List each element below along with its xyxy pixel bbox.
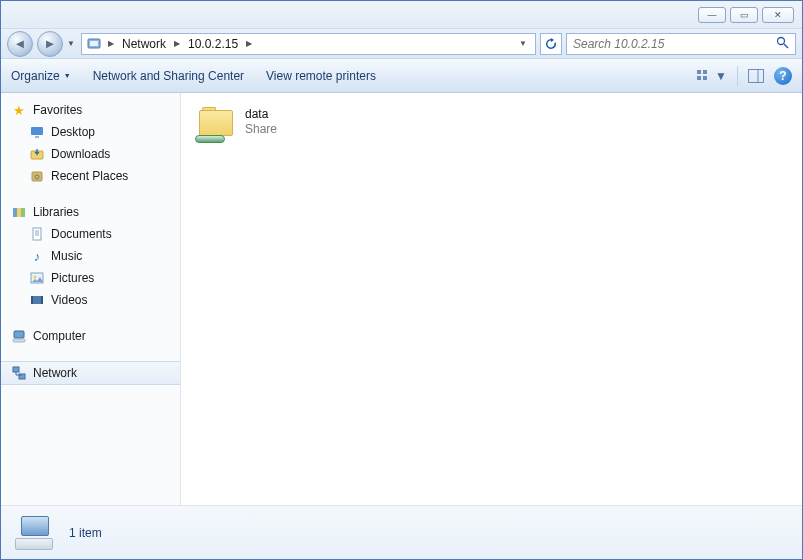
maximize-button[interactable]: ▭	[730, 7, 758, 23]
svg-rect-7	[703, 76, 707, 80]
sidebar-favorites[interactable]: ★ Favorites	[1, 99, 180, 121]
chevron-icon: ▶	[242, 39, 256, 48]
svg-rect-25	[31, 296, 33, 304]
sidebar-recent-places[interactable]: Recent Places	[1, 165, 180, 187]
sidebar-item-label: Downloads	[51, 147, 110, 161]
sidebar-libraries[interactable]: Libraries	[1, 201, 180, 223]
help-button[interactable]: ?	[774, 67, 792, 85]
chevron-down-icon: ▼	[715, 69, 727, 83]
breadcrumb-host[interactable]: 10.0.2.15	[186, 37, 240, 51]
network-icon	[11, 365, 27, 381]
svg-rect-10	[31, 127, 43, 135]
command-bar: Organize ▼ Network and Sharing Center Vi…	[1, 59, 802, 93]
remote-label: View remote printers	[266, 69, 376, 83]
preview-pane-button[interactable]	[748, 69, 764, 83]
svg-rect-17	[21, 208, 25, 217]
close-button[interactable]: ✕	[762, 7, 794, 23]
sidebar-music[interactable]: ♪ Music	[1, 245, 180, 267]
svg-rect-18	[33, 228, 41, 240]
sidebar-item-label: Favorites	[33, 103, 82, 117]
sidebar-item-label: Network	[33, 366, 77, 380]
svg-point-23	[34, 276, 37, 279]
sidebar-item-label: Computer	[33, 329, 86, 343]
libraries-icon	[11, 204, 27, 220]
shared-folder-icon	[195, 107, 237, 143]
back-button[interactable]: ◄	[7, 31, 33, 57]
search-input[interactable]	[573, 37, 772, 51]
organize-label: Organize	[11, 69, 60, 83]
sidebar-computer[interactable]: Computer	[1, 325, 180, 347]
sidebar-item-label: Pictures	[51, 271, 94, 285]
location-icon	[86, 36, 102, 52]
view-options-button[interactable]: ▼	[697, 69, 727, 83]
status-text: 1 item	[69, 526, 102, 540]
svg-line-3	[784, 44, 788, 48]
svg-rect-16	[17, 208, 21, 217]
title-bar: — ▭ ✕	[1, 1, 802, 29]
sidebar-pictures[interactable]: Pictures	[1, 267, 180, 289]
svg-rect-4	[697, 70, 701, 74]
chevron-down-icon: ▼	[64, 72, 71, 79]
organize-menu[interactable]: Organize ▼	[11, 69, 71, 83]
svg-rect-27	[14, 331, 24, 338]
address-bar[interactable]: ▶ Network ▶ 10.0.2.15 ▶ ▼	[81, 33, 536, 55]
svg-rect-28	[13, 339, 25, 342]
music-icon: ♪	[29, 248, 45, 264]
sidebar-item-label: Libraries	[33, 205, 79, 219]
item-name: data	[245, 107, 277, 121]
computer-icon	[11, 328, 27, 344]
star-icon: ★	[11, 102, 27, 118]
svg-point-2	[778, 37, 785, 44]
refresh-button[interactable]	[540, 33, 562, 55]
minimize-button[interactable]: —	[698, 7, 726, 23]
chevron-icon: ▶	[170, 39, 184, 48]
svg-rect-8	[749, 69, 764, 82]
svg-rect-11	[35, 136, 39, 138]
desktop-icon	[29, 124, 45, 140]
svg-rect-5	[703, 70, 707, 74]
item-subtitle: Share	[245, 122, 277, 136]
nav-row: ◄ ► ▼ ▶ Network ▶ 10.0.2.15 ▶ ▼	[1, 29, 802, 59]
svg-rect-26	[41, 296, 43, 304]
svg-rect-15	[13, 208, 17, 217]
navigation-pane: ★ Favorites Desktop Downloads Recent Pl	[1, 93, 181, 505]
share-item-data[interactable]: data Share	[191, 103, 281, 147]
chevron-icon: ▶	[104, 39, 118, 48]
content-pane[interactable]: data Share	[181, 93, 802, 505]
address-dropdown[interactable]: ▼	[515, 39, 531, 48]
sidebar-desktop[interactable]: Desktop	[1, 121, 180, 143]
breadcrumb-network[interactable]: Network	[120, 37, 168, 51]
details-pane: 1 item	[1, 505, 802, 559]
svg-rect-29	[13, 367, 19, 372]
search-icon	[776, 36, 789, 52]
network-sharing-center-button[interactable]: Network and Sharing Center	[93, 69, 244, 83]
recent-places-icon	[29, 168, 45, 184]
history-dropdown[interactable]: ▼	[67, 39, 77, 48]
sidebar-item-label: Documents	[51, 227, 112, 241]
sidebar-item-label: Videos	[51, 293, 87, 307]
computer-icon	[15, 516, 55, 550]
svg-rect-13	[32, 172, 42, 181]
search-box[interactable]	[566, 33, 796, 55]
downloads-icon	[29, 146, 45, 162]
body: ★ Favorites Desktop Downloads Recent Pl	[1, 93, 802, 505]
sidebar-item-label: Music	[51, 249, 82, 263]
sidebar-network[interactable]: Network	[1, 361, 180, 385]
view-remote-printers-button[interactable]: View remote printers	[266, 69, 376, 83]
divider	[737, 66, 738, 86]
pictures-icon	[29, 270, 45, 286]
sidebar-videos[interactable]: Videos	[1, 289, 180, 311]
sidebar-item-label: Desktop	[51, 125, 95, 139]
svg-rect-6	[697, 76, 701, 80]
forward-button[interactable]: ►	[37, 31, 63, 57]
sidebar-documents[interactable]: Documents	[1, 223, 180, 245]
documents-icon	[29, 226, 45, 242]
sidebar-downloads[interactable]: Downloads	[1, 143, 180, 165]
videos-icon	[29, 292, 45, 308]
svg-rect-1	[90, 41, 98, 46]
sidebar-item-label: Recent Places	[51, 169, 128, 183]
sharing-label: Network and Sharing Center	[93, 69, 244, 83]
